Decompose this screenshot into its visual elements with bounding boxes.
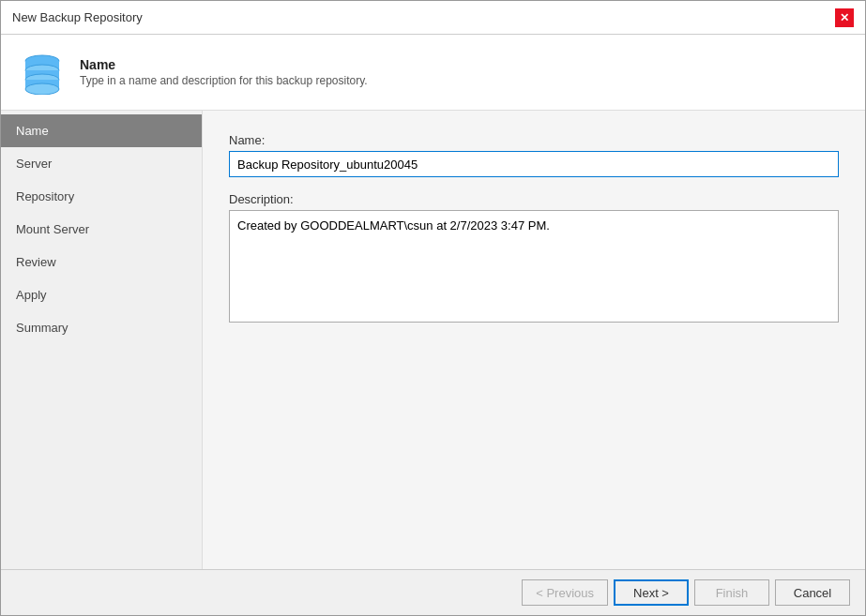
- header-section: Name Type in a name and description for …: [1, 35, 865, 111]
- sidebar: Name Server Repository Mount Server Revi…: [1, 111, 203, 569]
- database-icon: [20, 50, 65, 95]
- name-input[interactable]: [229, 151, 839, 177]
- next-button[interactable]: Next >: [614, 579, 689, 606]
- header-title: Name: [80, 57, 368, 72]
- description-textarea[interactable]: [229, 210, 839, 323]
- sidebar-item-name[interactable]: Name: [1, 114, 202, 147]
- cancel-button[interactable]: Cancel: [775, 579, 850, 606]
- svg-point-6: [25, 83, 59, 95]
- title-bar: New Backup Repository ✕: [1, 1, 865, 35]
- name-label: Name:: [229, 133, 839, 147]
- dialog: New Backup Repository ✕ Name Type in a n…: [0, 0, 866, 616]
- sidebar-item-review[interactable]: Review: [1, 246, 202, 278]
- finish-button[interactable]: Finish: [694, 579, 769, 606]
- description-label: Description:: [229, 192, 839, 206]
- previous-button[interactable]: < Previous: [522, 579, 608, 606]
- sidebar-item-server[interactable]: Server: [1, 147, 202, 180]
- main-content: Name: Description:: [203, 111, 865, 569]
- description-field-group: Description:: [229, 192, 839, 325]
- sidebar-item-repository[interactable]: Repository: [1, 180, 202, 213]
- close-button[interactable]: ✕: [835, 8, 854, 27]
- content-area: Name Server Repository Mount Server Revi…: [1, 111, 865, 569]
- footer: < Previous Next > Finish Cancel: [1, 569, 865, 615]
- name-field-group: Name:: [229, 133, 839, 177]
- header-description: Type in a name and description for this …: [80, 74, 368, 87]
- sidebar-item-mount-server[interactable]: Mount Server: [1, 213, 202, 246]
- sidebar-item-apply[interactable]: Apply: [1, 278, 202, 311]
- header-text: Name Type in a name and description for …: [80, 57, 368, 87]
- sidebar-item-summary[interactable]: Summary: [1, 311, 202, 344]
- dialog-title: New Backup Repository: [12, 10, 143, 24]
